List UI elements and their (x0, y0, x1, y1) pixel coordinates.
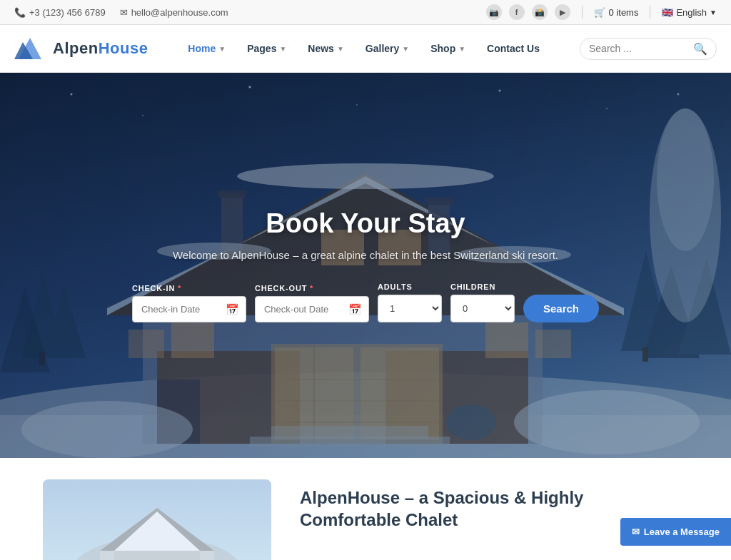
news-label: News (308, 43, 334, 54)
divider2 (650, 6, 650, 19)
chalet-thumbnail (43, 479, 271, 560)
nav-bar: AlpenHouse Home ▼ Pages ▼ News ▼ Gallery… (0, 25, 731, 73)
leave-message-label: Leave a Message (644, 526, 720, 537)
nav-pages[interactable]: Pages ▼ (238, 37, 295, 60)
social-links: 📷 f 📸 ▶ (486, 4, 570, 20)
children-select[interactable]: 0 1 2 3 (450, 295, 515, 322)
language-selector[interactable]: 🇬🇧 English ▼ (662, 7, 717, 18)
hero-title: Book Your Stay (14, 208, 717, 239)
checkout-label: CHECK-OUT * (255, 284, 369, 292)
divider (582, 6, 583, 19)
nav-shop[interactable]: Shop ▼ (422, 37, 474, 60)
camera-icon[interactable]: 📷 (486, 4, 502, 20)
home-chevron-icon: ▼ (218, 45, 226, 53)
svg-rect-59 (114, 551, 200, 560)
gallery-label: Gallery (366, 43, 399, 54)
adults-select[interactable]: 1 2 3 4 (378, 295, 442, 322)
logo-svg (14, 35, 46, 62)
search-availability-button[interactable]: Search (523, 295, 599, 322)
checkout-wrapper: 📅 (255, 296, 369, 322)
search-input[interactable] (589, 43, 689, 54)
top-bar: 📞 +3 (123) 456 6789 ✉ hello@alpenhouse.c… (0, 0, 731, 25)
leave-message-button[interactable]: ✉ Leave a Message (620, 518, 731, 546)
hero-section: Book Your Stay Welcome to AlpenHouse – a… (0, 73, 731, 458)
nav-contact[interactable]: Contact Us (478, 37, 548, 60)
search-box[interactable]: 🔍 (580, 38, 717, 60)
language-label: English (676, 7, 707, 18)
children-label: CHILDREN (450, 282, 515, 291)
nav-news[interactable]: News ▼ (299, 37, 352, 60)
nav-home[interactable]: Home ▼ (179, 37, 234, 60)
booking-form: CHECK-IN * 📅 CHECK-OUT * 📅 ADULTS (14, 282, 717, 322)
gallery-chevron-icon: ▼ (402, 45, 409, 53)
facebook-icon[interactable]: f (509, 4, 525, 20)
top-bar-left: 📞 +3 (123) 456 6789 ✉ hello@alpenhouse.c… (14, 7, 228, 18)
checkin-input[interactable] (132, 296, 246, 322)
phone-number: +3 (123) 456 6789 (29, 7, 106, 18)
thumbnail-svg (43, 479, 271, 560)
email-contact[interactable]: ✉ hello@alpenhouse.com (120, 7, 228, 18)
phone-icon: 📞 (14, 7, 26, 18)
shop-label: Shop (430, 43, 455, 54)
logo-suffix: House (99, 39, 148, 57)
checkin-wrapper: 📅 (132, 296, 246, 322)
checkout-input[interactable] (255, 296, 369, 322)
pages-chevron-icon: ▼ (279, 45, 286, 53)
checkout-group: CHECK-OUT * 📅 (255, 284, 369, 322)
phone-contact[interactable]: 📞 +3 (123) 456 6789 (14, 7, 106, 18)
logo-prefix: Alpen (53, 39, 99, 57)
adults-label: ADULTS (378, 282, 442, 291)
pages-label: Pages (247, 43, 276, 54)
shop-chevron-icon: ▼ (458, 45, 465, 53)
cart-icon: 🛒 (594, 7, 605, 18)
children-group: CHILDREN 0 1 2 3 (450, 282, 515, 322)
lang-chevron-icon: ▼ (710, 9, 717, 16)
search-button[interactable]: 🔍 (693, 42, 707, 56)
nav-links: Home ▼ Pages ▼ News ▼ Gallery ▼ Shop ▼ C… (179, 37, 548, 60)
email-address: hello@alpenhouse.com (131, 7, 228, 18)
hero-subtitle: Welcome to AlpenHouse – a great alpine c… (14, 249, 717, 261)
instagram-icon[interactable]: 📸 (532, 4, 548, 20)
email-icon: ✉ (120, 7, 128, 18)
adults-group: ADULTS 1 2 3 4 (378, 282, 442, 322)
cart-count: 0 items (609, 7, 639, 18)
home-label: Home (188, 43, 216, 54)
checkin-label: CHECK-IN * (132, 284, 246, 292)
hero-content: Book Your Stay Welcome to AlpenHouse – a… (0, 208, 731, 322)
cart-link[interactable]: 🛒 0 items (594, 7, 639, 18)
logo-text: AlpenHouse (53, 39, 148, 58)
youtube-icon[interactable]: ▶ (555, 4, 570, 20)
checkin-group: CHECK-IN * 📅 (132, 284, 246, 322)
top-bar-right: 📷 f 📸 ▶ 🛒 0 items 🇬🇧 English ▼ (486, 4, 717, 20)
nav-gallery[interactable]: Gallery ▼ (357, 37, 418, 60)
message-icon: ✉ (632, 526, 640, 537)
contact-label: Contact Us (487, 43, 540, 54)
news-chevron-icon: ▼ (337, 45, 344, 53)
logo[interactable]: AlpenHouse (14, 35, 148, 62)
flag-icon: 🇬🇧 (662, 7, 673, 18)
